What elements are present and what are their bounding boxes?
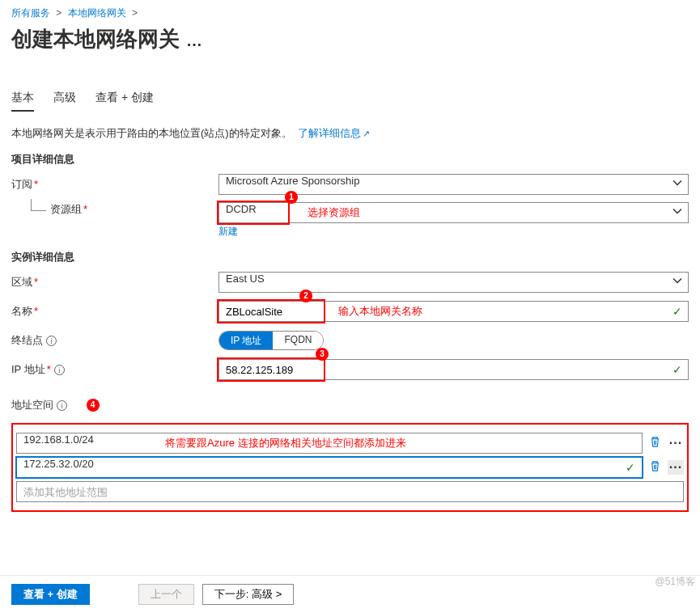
info-icon[interactable]: i [57, 400, 67, 411]
label-region: 区域* [11, 275, 218, 290]
label-name: 名称* [11, 304, 218, 319]
section-instance-details: 实例详细信息 [11, 250, 689, 264]
label-subscription: 订阅* [11, 177, 218, 192]
tab-advanced[interactable]: 高级 [53, 86, 76, 112]
more-icon[interactable]: ··· [668, 436, 684, 450]
watermark: @51博客 [655, 575, 695, 577]
check-icon: ✓ [672, 305, 682, 318]
tab-basic[interactable]: 基本 [11, 86, 34, 112]
description: 本地网络网关是表示用于路由的本地位置(站点)的特定对象。 了解详细信息↗ [11, 126, 689, 141]
footer: 查看 + 创建 上一个 下一步: 高级 > [0, 575, 700, 577]
resource-group-select[interactable]: DCDR [218, 202, 689, 223]
address-space-row[interactable]: 172.25.32.0/20✓ [16, 457, 643, 478]
address-space-add-input[interactable] [16, 481, 684, 502]
annotation-badge-4: 4 [87, 399, 100, 412]
annotation-badge-1: 1 [285, 191, 298, 204]
more-actions-icon[interactable]: … [186, 32, 202, 50]
more-icon[interactable]: ··· [668, 460, 684, 475]
section-project-details: 项目详细信息 [11, 152, 689, 167]
ip-input[interactable] [218, 359, 689, 380]
endpoint-toggle[interactable]: IP 地址 FQDN [218, 331, 324, 350]
check-icon: ✓ [672, 363, 682, 376]
tab-review[interactable]: 查看 + 创建 [95, 86, 154, 112]
info-icon[interactable]: i [46, 336, 57, 346]
toggle-fqdn[interactable]: FQDN [273, 332, 323, 349]
name-input[interactable] [218, 301, 689, 322]
toggle-ip[interactable]: IP 地址 [219, 332, 273, 349]
annotation-text-name: 输入本地网关名称 [338, 304, 422, 319]
region-select[interactable]: East US [218, 272, 689, 293]
label-ip: IP 地址*i [11, 362, 218, 377]
delete-icon[interactable] [649, 460, 661, 475]
label-address-space: 地址空间i 4 [11, 398, 218, 412]
new-resource-group-link[interactable]: 新建 [218, 225, 238, 239]
label-endpoint: 终结点i [11, 333, 218, 348]
tabs: 基本 高级 查看 + 创建 [11, 86, 689, 112]
page-title: 创建本地网络网关… [11, 25, 689, 53]
info-icon[interactable]: i [54, 365, 65, 375]
annotation-badge-3: 3 [316, 348, 329, 361]
address-space-row[interactable]: 192.168.1.0/24 [16, 433, 643, 454]
delete-icon[interactable] [649, 436, 661, 450]
breadcrumb-all-services[interactable]: 所有服务 [11, 7, 50, 19]
breadcrumb-local-gateway[interactable]: 本地网络网关 [68, 7, 126, 19]
label-resource-group: 资源组* [11, 202, 218, 217]
learn-more-link[interactable]: 了解详细信息↗ [298, 127, 370, 139]
check-icon: ✓ [626, 461, 635, 474]
breadcrumb: 所有服务 > 本地网络网关 > [11, 6, 689, 20]
annotation-text-rg: 选择资源组 [308, 205, 360, 220]
annotation-badge-2: 2 [299, 290, 312, 302]
